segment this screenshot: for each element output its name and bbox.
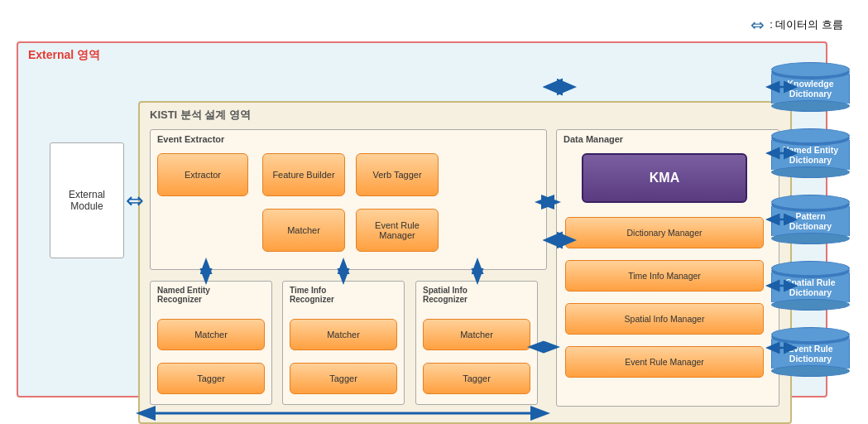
spatial-info-manager-label: Spatial Info Manager	[625, 314, 705, 324]
kma-box: KMA	[582, 153, 747, 203]
dm-event-rule-manager-box: Event Rule Manager	[565, 346, 764, 378]
spatial-rule-dict-label: Spatial RuleDictionary	[785, 277, 835, 297]
event-extractor-panel: Event Extractor Extractor Feature Builde…	[150, 129, 547, 270]
spatial-info-manager-box: Spatial Info Manager	[565, 303, 764, 335]
ti-matcher-label: Matcher	[327, 330, 360, 340]
kma-label: KMA	[650, 171, 679, 186]
si-matcher-box: Matcher	[423, 319, 530, 350]
data-manager-label: Data Manager	[563, 134, 623, 144]
spatial-rule-dictionary-cylinder: Spatial RuleDictionary	[771, 261, 850, 311]
knowledge-dictionary-cylinder: KnowledgeDictionary	[771, 62, 850, 112]
event-rule-manager-box: Event Rule Manager	[356, 209, 439, 252]
ti-matcher-box: Matcher	[290, 319, 397, 350]
ne-tagger-box: Tagger	[157, 363, 265, 394]
legend-label: : 데이터의 흐름	[770, 17, 843, 32]
external-area-label: External 영역	[28, 48, 100, 63]
ext-to-kisti-arrow: ⇔	[126, 188, 144, 214]
event-rule-manager-label: Event Rule Manager	[360, 220, 434, 240]
pattern-dictionary-cylinder: PatternDictionary	[771, 195, 850, 244]
ne-matcher-box: Matcher	[157, 319, 265, 350]
si-matcher-label: Matcher	[460, 330, 493, 340]
spatial-info-panel-label: Spatial InfoRecognizer	[423, 286, 468, 304]
data-manager-panel: Data Manager KMA Dictionary Manager Time…	[556, 129, 779, 407]
event-matcher-box: Matcher	[262, 209, 345, 252]
external-area: External 영역 ExternalModule KISTI 분석 설계 영…	[17, 41, 827, 398]
extractor-label: Extractor	[185, 170, 221, 180]
ti-tagger-label: Tagger	[329, 373, 357, 383]
extractor-box: Extractor	[157, 153, 248, 196]
diagram-container: ⇔ : 데이터의 흐름 External 영역 ExternalModule K…	[0, 0, 868, 424]
event-rule-dictionary-cylinder: Event RuleDictionary	[771, 327, 850, 377]
time-info-panel: Time InfoRecognizer Matcher Tagger	[282, 281, 405, 405]
ti-tagger-box: Tagger	[290, 363, 397, 394]
named-entity-panel: Named EntityRecognizer Matcher Tagger	[150, 281, 272, 405]
time-info-panel-label: Time InfoRecognizer	[290, 286, 334, 304]
event-matcher-label: Matcher	[287, 225, 320, 235]
verb-tagger-label: Verb Tagger	[372, 170, 421, 180]
external-module: ExternalModule	[50, 142, 124, 258]
named-entity-label: Named EntityRecognizer	[157, 286, 210, 304]
feature-builder-box: Feature Builder	[262, 153, 345, 196]
si-tagger-label: Tagger	[463, 373, 491, 383]
kisti-area: KISTI 분석 설계 영역 Event Extractor Extractor…	[138, 101, 792, 424]
ne-matcher-label: Matcher	[194, 330, 228, 340]
spatial-info-panel: Spatial InfoRecognizer Matcher Tagger	[415, 281, 538, 405]
time-info-manager-label: Time Info Manager	[628, 271, 701, 281]
event-extractor-label: Event Extractor	[157, 134, 224, 144]
verb-tagger-box: Verb Tagger	[356, 153, 439, 196]
legend-arrow-icon: ⇔	[751, 15, 765, 35]
dm-event-rule-manager-label: Event Rule Manager	[625, 357, 704, 367]
legend: ⇔ : 데이터의 흐름	[751, 15, 843, 35]
named-entity-dictionary-cylinder: Named EntityDictionary	[771, 128, 850, 178]
dictionary-manager-box: Dictionary Manager	[565, 217, 764, 248]
ne-tagger-label: Tagger	[197, 373, 225, 383]
si-tagger-box: Tagger	[423, 363, 530, 394]
time-info-manager-box: Time Info Manager	[565, 260, 764, 292]
pattern-dict-label: PatternDictionary	[789, 211, 832, 231]
kisti-area-label: KISTI 분석 설계 영역	[150, 108, 251, 123]
feature-builder-label: Feature Builder	[272, 170, 334, 180]
event-rule-dict-label: Event RuleDictionary	[788, 344, 832, 364]
dictionary-manager-label: Dictionary Manager	[626, 228, 702, 238]
external-module-label: ExternalModule	[69, 189, 105, 212]
knowledge-dict-label: KnowledgeDictionary	[787, 79, 833, 99]
named-entity-dict-label: Named EntityDictionary	[783, 145, 838, 165]
